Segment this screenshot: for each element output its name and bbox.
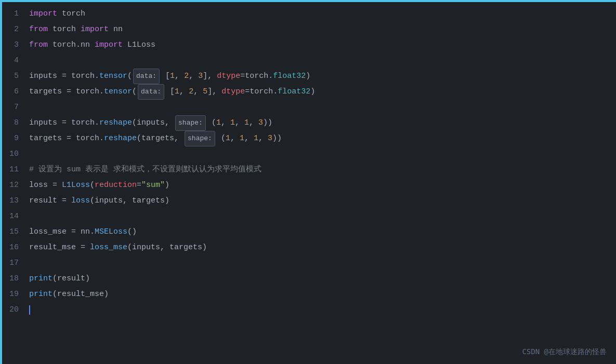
line-num-16: 16	[5, 240, 19, 255]
line-13: result = loss(inputs, targets)	[29, 193, 616, 209]
line-4	[29, 53, 616, 69]
line-num-11: 11	[5, 162, 19, 178]
line-10	[29, 146, 616, 162]
line-num-12: 12	[5, 178, 19, 193]
line-num-19: 19	[5, 287, 19, 302]
line-num-14: 14	[5, 209, 19, 224]
line-num-3: 3	[5, 37, 19, 53]
line-11: # 设置为 sum 表示是 求和模式，不设置则默认认为求平均值模式	[29, 162, 616, 178]
line-12: loss = L1Loss(reduction="sum")	[29, 178, 616, 193]
line-num-13: 13	[5, 193, 19, 209]
line-18: print(result)	[29, 271, 616, 287]
left-accent-bar	[0, 0, 2, 364]
line-numbers: 1 2 3 4 5 6 7 8 9 10 11 12 13 14 15 16 1…	[0, 6, 24, 364]
line-num-20: 20	[5, 302, 19, 318]
line-17	[29, 255, 616, 271]
line-2: from torch import nn	[29, 22, 616, 37]
line-19: print(result_mse)	[29, 287, 616, 302]
line-8: inputs = torch.reshape(inputs, shape: (1…	[29, 115, 616, 131]
line-num-7: 7	[5, 100, 19, 115]
line-6: targets = torch.tensor(data: [1, 2, 5], …	[29, 84, 616, 100]
line-num-18: 18	[5, 271, 19, 287]
line-num-2: 2	[5, 22, 19, 37]
watermark: CSDN @在地球迷路的怪兽	[522, 347, 607, 357]
line-num-6: 6	[5, 84, 19, 100]
text-cursor	[29, 305, 30, 315]
line-7	[29, 100, 616, 115]
line-num-1: 1	[5, 6, 19, 22]
line-num-15: 15	[5, 224, 19, 240]
line-num-8: 8	[5, 115, 19, 131]
line-3: from torch.nn import L1Loss	[29, 37, 616, 53]
line-20	[29, 302, 616, 318]
code-area[interactable]: 1 2 3 4 5 6 7 8 9 10 11 12 13 14 15 16 1…	[0, 2, 616, 364]
line-num-4: 4	[5, 53, 19, 69]
line-5: inputs = torch.tensor(data: [1, 2, 3], d…	[29, 69, 616, 84]
line-num-5: 5	[5, 69, 19, 84]
code-content[interactable]: import torch from torch import nn from t…	[24, 6, 616, 364]
line-16: result_mse = loss_mse(inputs, targets)	[29, 240, 616, 255]
code-editor: 1 2 3 4 5 6 7 8 9 10 11 12 13 14 15 16 1…	[0, 0, 616, 364]
line-15: loss_mse = nn.MSELoss()	[29, 224, 616, 240]
line-14	[29, 209, 616, 224]
line-1: import torch	[29, 6, 616, 22]
line-9: targets = torch.reshape(targets, shape: …	[29, 131, 616, 146]
line-num-9: 9	[5, 131, 19, 146]
line-num-17: 17	[5, 255, 19, 271]
line-num-10: 10	[5, 146, 19, 162]
